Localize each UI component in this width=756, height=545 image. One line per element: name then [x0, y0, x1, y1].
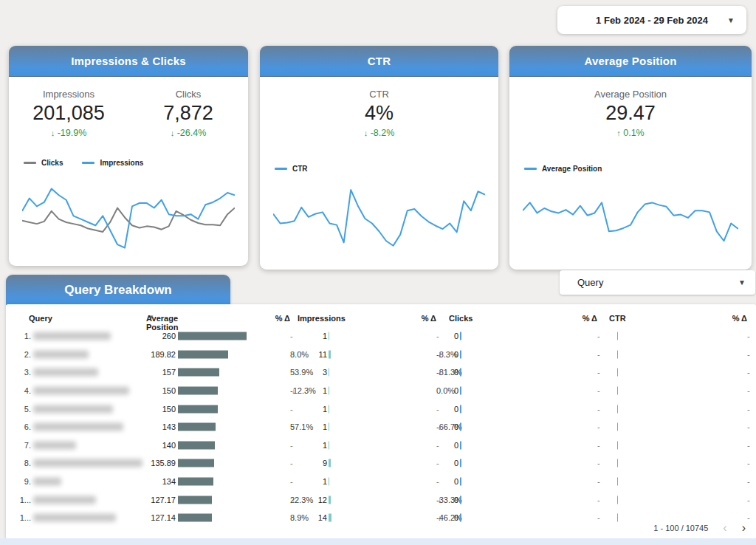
row-number: 3.: [12, 368, 31, 377]
query-breakdown-table: Query Average Position▼ % Δ Impressions …: [6, 304, 756, 539]
table-row: 1...127.1722.3%↑12-33.3%↓0--: [6, 490, 756, 509]
query-filter-dropdown[interactable]: Query ▼: [560, 270, 755, 295]
avg-position-value: 150: [102, 386, 176, 395]
query-breakdown-header: Query Breakdown: [6, 275, 230, 305]
arrow-up-icon: ↑: [292, 369, 295, 377]
chart-legend: Average Position: [509, 165, 752, 173]
card-header: Average Position: [509, 46, 752, 77]
impressions-value: 1: [298, 422, 327, 431]
table-row: 7.140-1-0--: [6, 436, 756, 455]
ctr-bar: [617, 387, 618, 395]
dash-value: -: [597, 441, 600, 450]
series-line-impressions: [22, 189, 235, 248]
row-number: 8.: [12, 459, 31, 467]
arrow-down-icon: ↓: [292, 387, 295, 395]
arrow-down-icon: ↓: [364, 128, 368, 137]
dash-value: -: [597, 350, 600, 359]
metric-impressions: Impressions 201,085 ↓ -19.9%: [9, 89, 128, 138]
impressions-value: 9: [298, 459, 327, 467]
dash-value: -: [747, 422, 750, 431]
ctr-bar: [617, 441, 618, 449]
card-title: CTR: [368, 55, 391, 67]
dash-value: -: [436, 459, 439, 467]
clicks-value: 0: [444, 386, 458, 395]
metrics-row: CTR 4% ↓ -8.2%: [260, 77, 498, 138]
card-header: CTR: [260, 46, 498, 77]
dash-value: -: [747, 441, 750, 450]
metric-label: Clicks: [128, 89, 248, 100]
clicks-bar: [460, 350, 461, 358]
dash-value: -: [747, 368, 750, 377]
ctr-bar: [617, 459, 618, 467]
table-row: 8.135.89-9-0--: [6, 454, 756, 473]
dash-value: -: [747, 477, 750, 486]
avg-position-value: 127.17: [102, 496, 176, 504]
metric-label: CTR: [260, 89, 498, 100]
card-title: Average Position: [584, 55, 676, 67]
impressions-bar: [329, 441, 329, 449]
impressions-value: 1: [298, 477, 327, 486]
impressions-value: 1: [298, 332, 327, 340]
arrow-up-icon: ↑: [292, 350, 295, 358]
clicks-bar: [460, 459, 461, 467]
date-range-picker[interactable]: 1 Feb 2024 - 29 Feb 2024 ▼: [557, 6, 746, 34]
ctr-bar: [617, 423, 618, 431]
avg-position-value: 127.14: [102, 513, 176, 522]
clicks-value: 0: [444, 405, 458, 414]
avg-position-value: 260: [102, 332, 176, 340]
impressions-bar: [329, 369, 329, 377]
avg-position-bar: [178, 405, 218, 413]
clicks-bar: [460, 387, 461, 395]
col-header-delta: % Δ: [375, 314, 436, 323]
impressions-bar: [329, 459, 331, 467]
avg-position-bar: [178, 387, 218, 395]
series-line-ctr: [273, 190, 485, 246]
arrow-down-icon: ↓: [51, 128, 55, 137]
dash-value: -: [747, 386, 750, 395]
clicks-value: 0: [444, 459, 458, 467]
avg-position-value: 189.82: [102, 350, 176, 359]
series-line-average-position: [523, 202, 738, 241]
metric-ctr: CTR 4% ↓ -8.2%: [260, 89, 498, 138]
row-number: 6.: [12, 422, 31, 431]
pagination-prev-icon[interactable]: ‹: [723, 523, 726, 533]
query-redacted: [33, 478, 61, 486]
ctr-bar: [617, 478, 618, 486]
dash-value: -: [597, 332, 600, 340]
dash-value: -: [597, 459, 600, 467]
chevron-down-icon: ▼: [738, 278, 746, 287]
arrow-down-icon: ↓: [438, 369, 441, 377]
avg-position-bar: [178, 459, 214, 467]
metrics-row: Average Position 29.47 ↑ 0.1%: [509, 77, 752, 138]
impressions-bar: [329, 332, 329, 340]
card-header: Impressions & Clicks: [9, 46, 248, 77]
impressions-bar: [329, 514, 331, 522]
avg-position-bar: [178, 350, 228, 358]
impressions-value: 12: [298, 496, 327, 504]
metric-change: ↓ -19.9%: [9, 128, 128, 138]
impressions-bar: [329, 405, 329, 413]
clicks-bar: [460, 514, 461, 522]
query-redacted: [33, 405, 113, 413]
avg-position-value: 150: [102, 405, 176, 414]
ctr-bar: [617, 514, 618, 522]
dash-value: -: [747, 459, 750, 467]
table-row: 1...127.148.9%↑14-46.2%↓0--: [6, 509, 756, 527]
metric-value: 7,872: [128, 102, 248, 125]
table-header-row: Query Average Position▼ % Δ Impressions …: [6, 314, 756, 326]
pagination-next-icon[interactable]: ›: [742, 523, 746, 533]
row-number: 4.: [12, 386, 31, 395]
legend-item-ctr: CTR: [275, 165, 308, 173]
table-body: 1.260-1-0--2.189.828.0%↑11-8.3%↓0--3.157…: [6, 327, 756, 527]
row-number: 1.: [12, 332, 31, 340]
legend-item-impressions: Impressions: [82, 159, 143, 167]
table-row: 1.260-1-0--: [6, 327, 756, 346]
legend-item-average-position: Average Position: [524, 165, 602, 173]
card-average-position: Average Position Average Position 29.47 …: [509, 46, 752, 270]
metric-value: 29.47: [509, 102, 752, 125]
avg-position-value: 135.89: [102, 459, 176, 467]
clicks-bar: [460, 496, 461, 504]
dash-value: -: [290, 441, 293, 450]
clicks-value: 0: [444, 496, 458, 504]
clicks-bar: [460, 369, 461, 377]
